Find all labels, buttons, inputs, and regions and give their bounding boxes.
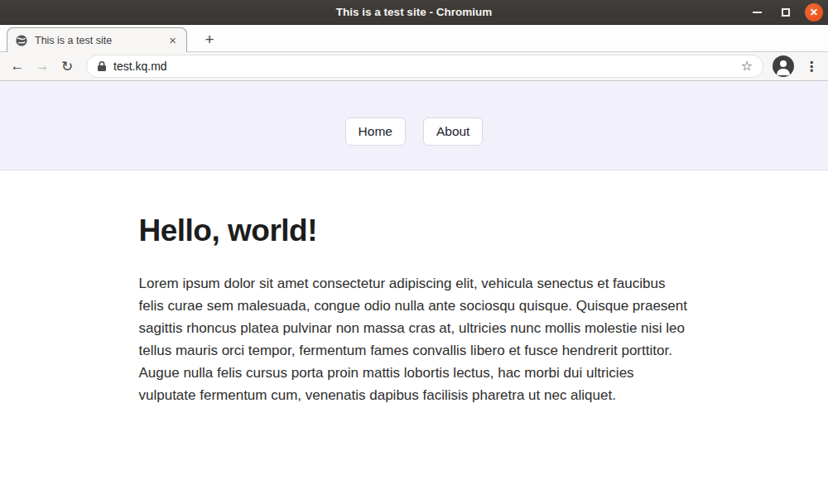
url-text[interactable]: test.kq.md: [113, 60, 167, 73]
body-paragraph: Lorem ipsum dolor sit amet consectetur a…: [139, 272, 690, 406]
nav-home-button[interactable]: Home: [345, 118, 406, 146]
page-title: Hello, world!: [139, 214, 690, 248]
toolbar: ← → ↻ test.kq.md ☆ ⋮: [0, 51, 828, 81]
maximize-icon: [782, 8, 790, 17]
globe-favicon-icon: [15, 34, 28, 47]
site-nav: Home About: [345, 118, 484, 146]
lock-icon: [97, 60, 107, 72]
browser-window: This is a test site - Chromium ✕ This is…: [0, 0, 828, 504]
menu-icon[interactable]: ⋮: [800, 59, 823, 74]
tab-this-is-a-test-site[interactable]: This is a test site ×: [7, 27, 187, 52]
tab-close-icon[interactable]: ×: [166, 33, 179, 47]
article: Hello, world! Lorem ipsum dolor sit amet…: [139, 214, 690, 406]
minimize-icon: [753, 12, 762, 13]
reload-button[interactable]: ↻: [56, 55, 78, 77]
forward-button[interactable]: →: [31, 55, 53, 77]
page-content: Home About Hello, world! Lorem ipsum dol…: [0, 81, 828, 504]
window-title: This is a test site - Chromium: [0, 0, 828, 25]
site-header: Home About: [0, 81, 828, 170]
new-tab-button[interactable]: +: [199, 30, 220, 50]
window-controls: ✕: [747, 0, 823, 25]
tab-title: This is a test site: [35, 35, 166, 46]
close-button[interactable]: ✕: [805, 3, 823, 22]
address-bar[interactable]: test.kq.md ☆: [86, 55, 763, 78]
tab-strip: This is a test site × +: [0, 25, 828, 51]
nav-about-button[interactable]: About: [423, 118, 484, 146]
minimize-button[interactable]: [747, 2, 767, 22]
close-icon: ✕: [810, 7, 818, 17]
maximize-button[interactable]: [776, 2, 796, 22]
bookmark-star-icon[interactable]: ☆: [741, 60, 753, 73]
titlebar: This is a test site - Chromium ✕: [0, 0, 828, 25]
back-button[interactable]: ←: [7, 55, 28, 77]
avatar[interactable]: [773, 55, 794, 77]
